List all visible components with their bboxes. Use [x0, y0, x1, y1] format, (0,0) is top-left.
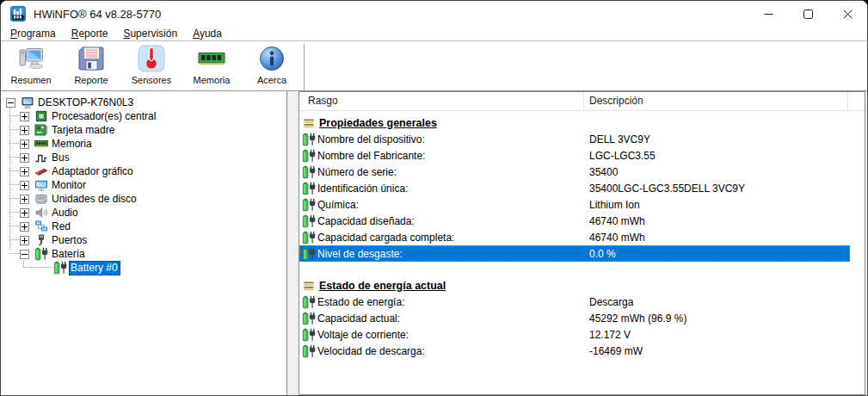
battery-icon	[302, 328, 316, 342]
expand-plus-icon[interactable]	[20, 208, 29, 218]
details-section-row[interactable]: Estado de energía actual	[299, 277, 850, 294]
details-row[interactable]: Estado de energía:Descarga	[299, 294, 850, 310]
device-tree: DESKTOP-K76N0L3Procesador(es) centralTar…	[1, 91, 286, 275]
expand-plus-icon[interactable]	[20, 153, 29, 163]
window-title: HWiNFO® 64 v8.28-5770	[34, 8, 161, 21]
feature-label: Estado de energía:	[317, 296, 404, 308]
details-row[interactable]: Velocidad de descarga:-16469 mW	[299, 343, 850, 359]
feature-label: Capacidad cargada completa:	[317, 232, 454, 244]
maximize-button[interactable]	[788, 1, 828, 27]
toolbar-button-memoria[interactable]: Memoria	[182, 41, 242, 90]
section-title: Propiedades generales	[319, 117, 437, 129]
details-row[interactable]: Voltaje de corriente:12.172 V	[299, 326, 850, 343]
tree-item[interactable]: Procesador(es) central	[1, 109, 286, 123]
collapse-minus-icon[interactable]	[20, 250, 29, 259]
expand-plus-icon[interactable]	[20, 222, 29, 232]
tree-item-label: Unidades de disco	[50, 192, 139, 207]
report-floppy-icon	[77, 44, 106, 73]
battery-icon	[302, 198, 316, 212]
menu-item-reporte[interactable]: Reporte	[64, 27, 116, 40]
tree-item[interactable]: Bus	[1, 151, 286, 164]
tree-item-label: Audio	[50, 206, 81, 220]
details-row[interactable]: Capacidad actual:45292 mWh (96.9 %)	[299, 310, 850, 326]
tree-item-label: Bus	[50, 151, 72, 165]
feature-value: DELL 3VC9Y	[589, 133, 650, 145]
expand-plus-icon[interactable]	[20, 139, 29, 149]
details-column-header: Rasgo Descripción	[299, 92, 865, 111]
details-row[interactable]: Nombre del dispositivo:DELL 3VC9Y	[299, 131, 850, 147]
expand-plus-icon[interactable]	[20, 236, 29, 245]
tree-item[interactable]: Monitor	[1, 178, 286, 192]
menu-item-programa[interactable]: Programa	[3, 27, 64, 40]
expand-plus-icon[interactable]	[20, 181, 29, 190]
close-button[interactable]	[828, 1, 867, 27]
menu-item-ayuda[interactable]: Ayuda	[185, 27, 230, 40]
tree-item-label: Battery #0	[69, 261, 120, 275]
details-row[interactable]: Identificación única:35400LGC-LGC3.55DEL…	[299, 180, 850, 196]
tree-item[interactable]: Adaptador gráfico	[1, 164, 286, 178]
disk-icon	[34, 192, 48, 206]
feature-label: Identificación única:	[317, 183, 408, 195]
feature-value: 12.172 V	[589, 329, 631, 341]
expand-plus-icon[interactable]	[20, 112, 29, 121]
toolbar-button-acerca[interactable]: Acerca	[242, 41, 302, 90]
toolbar-button-sensores[interactable]: Sensores	[121, 41, 182, 90]
collapse-minus-icon[interactable]	[6, 98, 15, 108]
details-pane: Rasgo Descripción Propiedades generalesN…	[299, 91, 865, 395]
battery-icon	[302, 133, 316, 146]
app-window: HWiNFO® 64 v8.28-5770 ProgramaReporteSup…	[0, 0, 868, 396]
details-row[interactable]: Nivel de desgaste:0.0 %	[299, 245, 850, 262]
details-row[interactable]: Química:Lithium Ion	[299, 196, 850, 213]
details-row[interactable]: Capacidad cargada completa:46740 mWh	[299, 229, 850, 245]
feature-label: Química:	[317, 199, 359, 211]
toolbar-button-resumen[interactable]: Resumen	[1, 41, 61, 90]
expand-plus-icon[interactable]	[20, 126, 29, 135]
expand-plus-icon[interactable]	[20, 167, 29, 176]
tree-item[interactable]: DESKTOP-K76N0L3	[1, 96, 286, 109]
audio-icon	[34, 206, 48, 220]
battery-icon	[53, 261, 67, 275]
column-header-rasgo[interactable]: Rasgo	[308, 92, 338, 110]
column-divider[interactable]	[847, 92, 848, 110]
tree-item[interactable]: Red	[1, 220, 286, 233]
tree-item[interactable]: Batería	[1, 247, 286, 261]
tree-item[interactable]: Battery #0	[1, 261, 286, 275]
computer-icon	[21, 96, 34, 109]
feature-value: 46740 mWh	[589, 215, 645, 227]
feature-value: 46740 mWh	[589, 232, 645, 244]
toolbar-button-label: Reporte	[74, 75, 108, 85]
tree-item[interactable]: Memoria	[1, 137, 286, 151]
column-header-descripcion[interactable]: Descripción	[589, 92, 643, 110]
toolbar-button-reporte[interactable]: Reporte	[61, 41, 121, 90]
feature-label: Nivel de desgaste:	[317, 248, 403, 260]
tree-item[interactable]: Puertos	[1, 233, 286, 247]
minimize-button[interactable]	[748, 1, 788, 27]
about-info-icon	[257, 44, 286, 73]
details-row[interactable]: Número de serie:35400	[299, 164, 850, 180]
main-area: DESKTOP-K76N0L3Procesador(es) centralTar…	[1, 91, 867, 395]
battery-icon	[302, 165, 316, 179]
details-section-row[interactable]: Propiedades generales	[299, 114, 850, 131]
tree-item-label: Procesador(es) central	[50, 109, 158, 124]
summary-monitor-icon	[16, 44, 46, 73]
usb-icon	[34, 233, 48, 247]
menubar: ProgramaReporteSupervisiónAyuda	[1, 27, 867, 41]
memory-icon	[34, 137, 48, 151]
tree-item[interactable]: Audio	[1, 206, 286, 220]
feature-value: 45292 mWh (96.9 %)	[589, 312, 686, 325]
details-row[interactable]: Nombre del Fabricante:LGC-LGC3.55	[299, 147, 850, 164]
titlebar: HWiNFO® 64 v8.28-5770	[1, 1, 867, 27]
toolbar-button-label: Sensores	[132, 75, 171, 85]
menu-item-supervision[interactable]: Supervisión	[115, 27, 185, 40]
tree-item[interactable]: Unidades de disco	[1, 192, 286, 206]
tree-item[interactable]: Tarjeta madre	[1, 123, 286, 137]
details-row[interactable]: Capacidad diseñada:46740 mWh	[299, 213, 850, 229]
battery-icon	[34, 247, 48, 261]
feature-label: Nombre del dispositivo:	[317, 133, 425, 145]
battery-icon	[302, 247, 316, 261]
expand-plus-icon[interactable]	[20, 195, 29, 204]
close-icon	[843, 9, 853, 19]
column-divider[interactable]	[583, 92, 584, 110]
toolbar-button-label: Acerca	[257, 75, 286, 85]
feature-value: Lithium Ion	[589, 199, 640, 211]
